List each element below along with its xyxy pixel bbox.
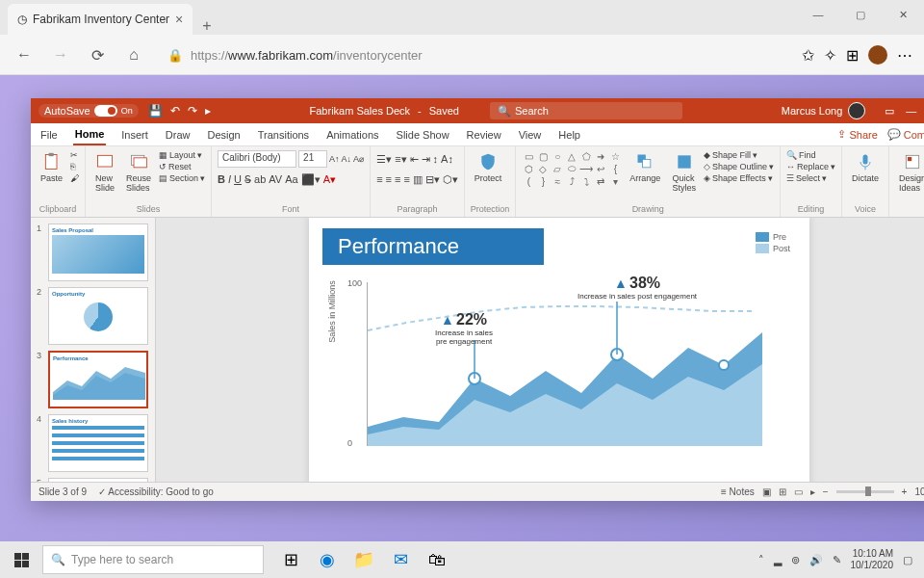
back-button[interactable]: ←: [12, 42, 37, 67]
slide-counter[interactable]: Slide 3 of 9: [38, 486, 87, 497]
read-aloud-icon[interactable]: ✩: [802, 46, 814, 65]
slideshow-view-icon[interactable]: ▸: [810, 486, 815, 497]
tab-home[interactable]: Home: [73, 124, 107, 145]
zoom-slider[interactable]: [836, 490, 894, 493]
zoom-out-icon[interactable]: −: [823, 486, 829, 497]
align-text-icon[interactable]: ⊟▾: [425, 173, 440, 186]
cut-icon[interactable]: ✂: [70, 150, 79, 160]
numbering-icon[interactable]: ≡▾: [395, 153, 406, 166]
explorer-icon[interactable]: 📁: [346, 542, 381, 577]
indent-dec-icon[interactable]: ⇤: [410, 153, 419, 166]
slide[interactable]: Performance Pre Post Sales in Millions 1…: [309, 218, 809, 482]
chart[interactable]: Sales in Millions 100 0: [347, 273, 771, 465]
mail-icon[interactable]: ✉: [383, 542, 418, 577]
redo-icon[interactable]: ↷: [188, 104, 197, 118]
reuse-slides-button[interactable]: Reuse Slides: [122, 150, 155, 195]
home-button[interactable]: ⌂: [121, 42, 146, 67]
find-button[interactable]: 🔍 Find: [786, 150, 835, 160]
reading-view-icon[interactable]: ▭: [794, 486, 803, 497]
task-view-icon[interactable]: ⊞: [273, 542, 308, 577]
collections-icon[interactable]: ⊞: [846, 46, 859, 65]
start-button[interactable]: [4, 542, 38, 577]
decrease-font-icon[interactable]: A↓: [342, 154, 352, 164]
browser-close-button[interactable]: ✕: [882, 0, 924, 29]
settings-icon[interactable]: ⋯: [897, 46, 912, 65]
tab-slideshow[interactable]: Slide Show: [395, 125, 451, 144]
columns-icon[interactable]: ▥: [413, 173, 423, 186]
thumbnail-4[interactable]: 4Sales history: [37, 414, 149, 472]
dictate-button[interactable]: Dictate: [848, 150, 883, 185]
clock[interactable]: 10:10 AM 10/1/2020: [851, 548, 894, 571]
zoom-in-icon[interactable]: +: [902, 486, 908, 497]
save-icon[interactable]: 💾: [148, 104, 163, 118]
section-button[interactable]: ▤ Section ▾: [159, 173, 205, 183]
format-painter-icon[interactable]: 🖌: [70, 173, 79, 183]
thumbnail-panel[interactable]: 1Sales Proposal 2Opportunity 3Performanc…: [31, 218, 156, 482]
autosave-toggle[interactable]: AutoSave On: [38, 104, 139, 118]
volume-icon[interactable]: 🔊: [809, 554, 823, 566]
increase-font-icon[interactable]: A↑: [329, 154, 340, 164]
thumbnail-3[interactable]: 3Performance: [37, 351, 149, 408]
close-tab-icon[interactable]: ×: [175, 12, 183, 27]
notes-button[interactable]: ≡ Notes: [721, 486, 755, 497]
browser-maximize-button[interactable]: ▢: [839, 0, 882, 29]
tab-help[interactable]: Help: [556, 125, 582, 144]
tray-expand-icon[interactable]: ˄: [758, 554, 764, 566]
layout-button[interactable]: ▦ Layout ▾: [159, 150, 205, 160]
ribbon-options-icon[interactable]: ▭: [885, 105, 894, 118]
tab-insert[interactable]: Insert: [119, 125, 150, 144]
clear-format-icon[interactable]: A⌀: [353, 154, 364, 164]
bullets-icon[interactable]: ☰▾: [376, 153, 392, 166]
justify-icon[interactable]: ≡: [403, 173, 409, 185]
font-name-select[interactable]: Calibri (Body): [218, 150, 296, 168]
undo-icon[interactable]: ↶: [170, 104, 180, 118]
slide-title[interactable]: Performance: [322, 228, 544, 265]
shapes-gallery[interactable]: ▭▢○△⬠➜☆ ⬡◇▱⬭⟶↩{ (}≈⤴⤵⇄▾: [522, 150, 622, 187]
font-color-icon[interactable]: A▾: [323, 173, 336, 186]
copy-icon[interactable]: ⎘: [70, 162, 79, 171]
wifi-icon[interactable]: ⊚: [791, 554, 800, 566]
zoom-level[interactable]: 100%: [914, 486, 924, 497]
thumbnail-1[interactable]: 1Sales Proposal: [37, 223, 149, 281]
thumbnail-5[interactable]: 5: [37, 478, 149, 482]
pp-minimize-button[interactable]: —: [906, 105, 916, 118]
taskbar-search[interactable]: 🔍Type here to search: [42, 545, 264, 574]
tab-design[interactable]: Design: [205, 125, 242, 144]
char-spacing-icon[interactable]: AV: [269, 173, 282, 185]
thumbnail-2[interactable]: 2Opportunity: [37, 287, 149, 345]
smartart-icon[interactable]: ⬡▾: [443, 173, 458, 186]
select-button[interactable]: ☰ Select ▾: [786, 173, 835, 183]
shape-fill-button[interactable]: ◆ Shape Fill ▾: [704, 150, 774, 160]
align-center-icon[interactable]: ≡: [386, 173, 392, 185]
tab-animations[interactable]: Animations: [324, 125, 380, 144]
bold-button[interactable]: B: [218, 173, 225, 185]
store-icon[interactable]: 🛍: [420, 542, 454, 577]
italic-button[interactable]: I: [228, 173, 231, 185]
underline-button[interactable]: U: [234, 173, 242, 185]
reset-button[interactable]: ↺ Reset: [159, 162, 205, 171]
input-icon[interactable]: ✎: [833, 554, 841, 566]
tab-transitions[interactable]: Transitions: [256, 125, 311, 144]
battery-icon[interactable]: ▂: [774, 554, 782, 566]
comments-button[interactable]: 💬Comments: [887, 128, 924, 141]
tab-view[interactable]: View: [517, 125, 544, 144]
highlight-icon[interactable]: ⬛▾: [301, 173, 321, 186]
refresh-button[interactable]: ⟳: [85, 42, 110, 67]
paste-button[interactable]: Paste: [37, 150, 66, 185]
quick-styles-button[interactable]: Quick Styles: [668, 150, 700, 195]
notifications-icon[interactable]: ▢: [903, 554, 912, 566]
favorites-icon[interactable]: ✧: [824, 46, 836, 65]
replace-button[interactable]: ↔ Replace ▾: [786, 162, 835, 171]
browser-tab[interactable]: ◷ Fabrikam Inventory Center ×: [8, 4, 192, 35]
share-button[interactable]: ⇪Share: [837, 128, 877, 141]
case-icon[interactable]: Aa: [285, 173, 297, 185]
slideshow-icon[interactable]: ▸: [205, 104, 211, 118]
new-slide-button[interactable]: New Slide: [91, 150, 118, 195]
accessibility-status[interactable]: ✓ Accessibility: Good to go: [98, 486, 214, 497]
indent-inc-icon[interactable]: ⇥: [422, 153, 430, 166]
shape-effects-button[interactable]: ◈ Shape Effects ▾: [704, 173, 774, 183]
strikethrough-button[interactable]: S̶: [244, 173, 251, 186]
new-tab-button[interactable]: +: [192, 17, 220, 35]
url-input[interactable]: 🔒 https://www.fabrikam.com/inventorycent…: [158, 48, 790, 63]
align-left-icon[interactable]: ≡: [376, 173, 382, 185]
